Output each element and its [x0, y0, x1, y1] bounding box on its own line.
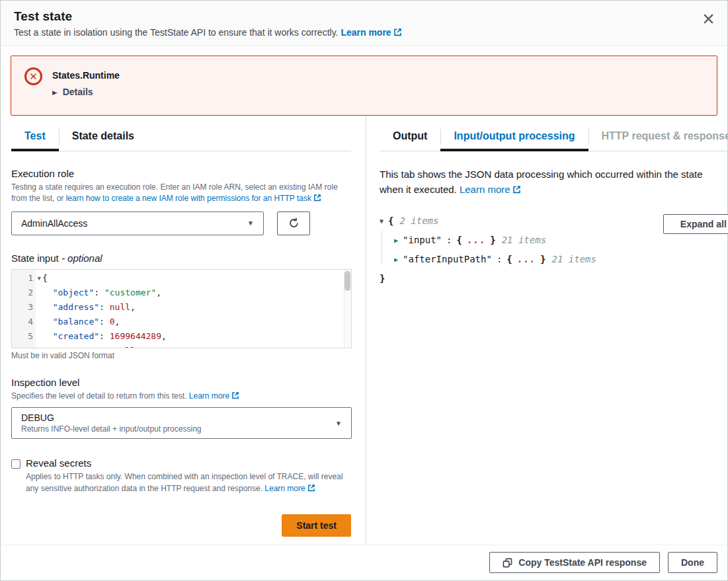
- io-processing-description: This tab shows the JSON data processing …: [380, 167, 718, 197]
- line-number: 3: [12, 300, 33, 315]
- code-line: {: [42, 271, 351, 286]
- right-tab-strip: OutputInput/output processingHTTP reques…: [380, 126, 728, 151]
- collapsed-content-dots: ...: [467, 235, 485, 245]
- inspection-learn-more-link[interactable]: Learn more: [189, 391, 239, 401]
- copy-icon: [503, 558, 512, 568]
- reveal-secrets-label: Reveal secrets: [26, 457, 91, 469]
- io-learn-more-link[interactable]: Learn more: [460, 184, 521, 195]
- external-link-icon: [393, 28, 402, 36]
- code-line: "balance": 0,: [42, 315, 351, 329]
- json-tree-node[interactable]: ▶"input" : {...}21 items: [394, 232, 728, 248]
- editor-code-area: { "object": "customer", "address": null,…: [36, 270, 351, 348]
- chevron-collapsed-icon[interactable]: ▶: [394, 237, 398, 244]
- header-learn-more-link[interactable]: Learn more: [341, 27, 401, 38]
- item-count: 21 items: [552, 254, 596, 264]
- modal-footer: Copy TestState API response Done: [1, 545, 727, 580]
- code-line: "address": null,: [42, 300, 351, 315]
- tab-output[interactable]: Output: [380, 126, 440, 151]
- chevron-down-icon: ▼: [335, 420, 342, 427]
- modal-header: Test state Test a state in isolation usi…: [1, 1, 727, 46]
- execution-role-select[interactable]: AdminAllAccess ▼: [11, 212, 264, 235]
- fold-caret-icon[interactable]: ▼: [38, 271, 41, 286]
- inspection-level-select[interactable]: DEBUG Returns INFO-level detail + input/…: [11, 407, 352, 439]
- header-description: Test a state in isolation using the Test…: [14, 27, 339, 38]
- execution-role-label: Execution role: [11, 168, 351, 179]
- chevron-expanded-icon[interactable]: ▼: [380, 217, 384, 225]
- item-count: 2 items: [399, 215, 438, 226]
- test-state-modal: Test state Test a state in isolation usi…: [0, 0, 728, 581]
- error-title: States.Runtime: [52, 67, 120, 81]
- line-number: 5: [12, 329, 33, 344]
- expand-all-button[interactable]: Expand all: [663, 214, 728, 234]
- iam-role-help-link[interactable]: learn how to create a new IAM role with …: [66, 194, 321, 203]
- close-icon[interactable]: [700, 10, 717, 27]
- json-key: "input": [403, 235, 442, 245]
- inspection-level-label: Inspection level: [11, 377, 351, 388]
- execution-role-selected-value: AdminAllAccess: [21, 218, 87, 229]
- line-number: 2: [12, 286, 33, 300]
- error-banner: ✕ States.Runtime ▶ Details: [11, 56, 717, 116]
- state-input-label: State input - optional: [11, 252, 351, 264]
- state-input-editor[interactable]: 1▼23456 { "object": "customer", "address…: [11, 269, 352, 348]
- external-link-icon: [512, 185, 521, 194]
- inspection-level-description: Specifies the level of detail to return …: [11, 391, 345, 402]
- done-button[interactable]: Done: [668, 552, 717, 573]
- tab-input-output-processing[interactable]: Input/output processing: [440, 126, 588, 151]
- page-title: Test state: [14, 9, 714, 24]
- line-number: 4: [12, 315, 33, 329]
- refresh-icon: [288, 217, 300, 229]
- chevron-collapsed-icon[interactable]: ▶: [394, 256, 398, 263]
- code-line: "currency": null: [42, 344, 351, 348]
- json-key: "afterInputPath": [403, 254, 492, 264]
- chevron-down-icon: ▼: [247, 219, 254, 227]
- json-tree-root-close: }: [380, 270, 728, 286]
- reveal-secrets-description: Applies to HTTP tasks only. When combine…: [26, 471, 351, 494]
- test-panel: TestState details Execution role Testing…: [11, 116, 366, 545]
- item-count: 21 items: [502, 235, 546, 245]
- tab-http-request-response: HTTP request & response: [588, 126, 728, 151]
- line-number: 1▼: [12, 271, 33, 286]
- collapsed-content-dots: ...: [517, 254, 536, 264]
- code-line: "created": 1699644289,: [42, 329, 351, 344]
- results-panel: OutputInput/output processingHTTP reques…: [366, 116, 728, 545]
- error-icon: ✕: [24, 67, 42, 85]
- reveal-secrets-checkbox[interactable]: [11, 459, 20, 469]
- refresh-roles-button[interactable]: [277, 212, 310, 235]
- external-link-icon: [231, 391, 239, 399]
- json-tree-children: ▶"input" : {...}21 items▶"afterInputPath…: [380, 232, 728, 267]
- reveal-secrets-learn-more-link[interactable]: Learn more: [264, 484, 315, 493]
- left-tab-strip: TestState details: [11, 126, 351, 151]
- start-test-button[interactable]: Start test: [282, 514, 351, 537]
- inspection-selected-description: Returns INFO-level detail + input/output…: [21, 424, 201, 434]
- json-format-hint: Must be in valid JSON format: [11, 351, 351, 360]
- editor-line-numbers: 1▼23456: [12, 270, 36, 348]
- copy-teststate-response-button[interactable]: Copy TestState API response: [489, 552, 660, 573]
- external-link-icon: [307, 484, 315, 492]
- error-details-toggle[interactable]: ▶ Details: [52, 87, 120, 97]
- tab-state-details[interactable]: State details: [59, 126, 147, 151]
- line-number: 6: [12, 344, 33, 348]
- editor-scrollbar-thumb[interactable]: [344, 271, 350, 291]
- tab-test[interactable]: Test: [11, 126, 59, 151]
- chevron-right-icon: ▶: [52, 89, 58, 95]
- code-line: "object": "customer",: [42, 286, 351, 300]
- json-tree-node[interactable]: ▶"afterInputPath" : {...}21 items: [394, 251, 728, 267]
- editor-scrollbar[interactable]: [344, 270, 351, 348]
- json-tree-viewer: ▼ { 2 items ▶"input" : {...}21 items▶"af…: [380, 213, 728, 286]
- external-link-icon: [313, 194, 321, 202]
- execution-role-description: Testing a state requires an execution ro…: [11, 182, 345, 205]
- inspection-selected-value: DEBUG: [21, 412, 201, 423]
